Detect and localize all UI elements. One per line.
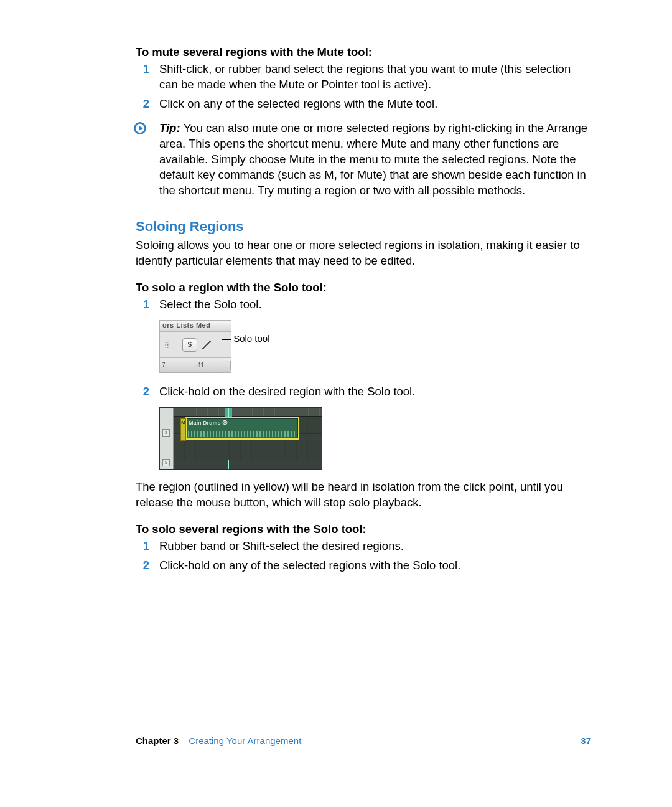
- track-header-column: S S: [160, 408, 174, 469]
- solo-tool-button[interactable]: S: [182, 338, 197, 352]
- page-footer: Chapter 3 Creating Your Arrangement 37: [136, 735, 591, 747]
- step-number: 2: [136, 384, 149, 400]
- menu-bar: ors Lists Med: [160, 321, 231, 332]
- solo-sub1-heading: To solo a region with the Solo tool:: [136, 280, 591, 296]
- callout-text: Solo tool: [233, 333, 269, 344]
- timeline-ruler: [174, 408, 322, 417]
- step-text: Click-hold on the desired region with th…: [159, 385, 415, 398]
- page-content: To mute several regions with the Mute to…: [136, 45, 591, 582]
- step-text: Rubber band or Shift-select the desired …: [159, 539, 404, 552]
- page-number: 37: [569, 735, 591, 747]
- list-item: 1Rubber band or Shift-select the desired…: [136, 539, 591, 554]
- list-item: 2Click-hold on the desired region with t…: [136, 384, 591, 400]
- audio-region-selected[interactable]: M Main Drums ⦿: [185, 417, 299, 440]
- step-number: 1: [136, 297, 149, 313]
- step-text: Click on any of the selected regions wit…: [159, 97, 437, 110]
- step-number: 1: [136, 62, 149, 77]
- section-title: Soloing Regions: [136, 217, 591, 236]
- mute-heading: To mute several regions with the Mute to…: [136, 45, 591, 60]
- region-title: Main Drums ⦿: [187, 418, 298, 427]
- mute-steps: 1Shift-click, or rubber band select the …: [136, 62, 591, 112]
- chapter-label: Chapter 3: [136, 735, 179, 746]
- list-item: 1Shift-click, or rubber band select the …: [136, 62, 591, 93]
- footer-left: Chapter 3 Creating Your Arrangement: [136, 735, 301, 747]
- solo-sub2-heading: To solo several regions with the Solo to…: [136, 522, 591, 537]
- track-lane: [174, 440, 322, 460]
- tip-text: You can also mute one or more selected r…: [159, 121, 587, 197]
- step-number: 1: [136, 539, 149, 554]
- timeline-ruler: 7 41: [160, 358, 231, 372]
- solo-sub1-steps-cont: 2Click-hold on the desired region with t…: [136, 384, 591, 400]
- pencil-tool-icon[interactable]: [202, 341, 211, 349]
- step-number: 2: [136, 97, 149, 112]
- screenshot-arrange-region: S S M Main Drums ⦿: [159, 407, 322, 470]
- ruler-mark: 41: [195, 361, 231, 370]
- solo-sub2-steps: 1Rubber band or Shift-select the desired…: [136, 539, 591, 573]
- step-text: Select the Solo tool.: [159, 298, 262, 311]
- list-item: 1Select the Solo tool.: [136, 297, 591, 313]
- ruler-mark: 7: [160, 361, 195, 370]
- callout-label: — Solo tool: [222, 333, 270, 345]
- solo-sub1-steps: 1Select the Solo tool.: [136, 297, 591, 313]
- waveform-icon: [188, 431, 297, 437]
- solo-track-button[interactable]: S: [162, 459, 170, 466]
- step-text: Shift-click, or rubber band select the r…: [159, 62, 571, 91]
- grip-icon: ● ●● ●● ●: [165, 341, 169, 349]
- list-item: 2Click on any of the selected regions wi…: [136, 97, 591, 112]
- toolbar: ● ●● ●● ● S: [160, 332, 231, 358]
- tip-label: Tip:: [159, 121, 184, 134]
- step-text: Click-hold on any of the selected region…: [159, 559, 460, 572]
- tool-group: S: [182, 338, 211, 352]
- tip-play-icon: [133, 121, 147, 135]
- solo-followup: The region (outlined in yellow) will be …: [136, 479, 591, 511]
- tip-block: Tip:You can also mute one or more select…: [136, 121, 591, 199]
- mute-badge: M: [180, 418, 186, 441]
- screenshot-solo-tool: ors Lists Med ● ●● ●● ● S 7 41 — Solo to…: [159, 320, 296, 373]
- app-window-crop: ors Lists Med ● ●● ●● ● S 7 41: [159, 320, 231, 373]
- solo-intro: Soloing allows you to hear one or more s…: [136, 238, 591, 269]
- solo-track-button[interactable]: S: [162, 429, 170, 437]
- chapter-title: Creating Your Arrangement: [189, 735, 301, 746]
- step-number: 2: [136, 558, 149, 573]
- list-item: 2Click-hold on any of the selected regio…: [136, 558, 591, 573]
